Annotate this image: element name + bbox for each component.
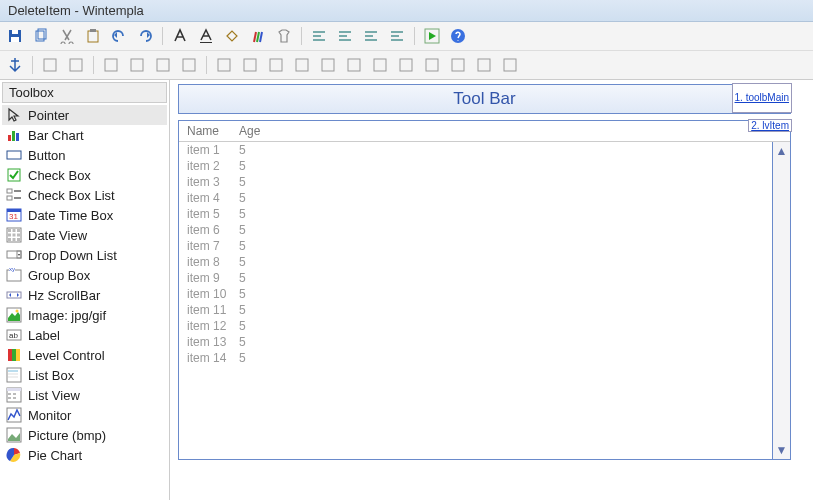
listview-header[interactable]: Name Age bbox=[179, 121, 790, 142]
scroll-down-icon[interactable]: ▼ bbox=[774, 441, 790, 459]
align-left-button[interactable] bbox=[308, 25, 330, 47]
table-row[interactable]: item 105 bbox=[179, 286, 790, 302]
bars-1-button[interactable] bbox=[213, 54, 235, 76]
toolbox-item-label: Picture (bmp) bbox=[28, 428, 106, 443]
toolbox-item-level-control[interactable]: Level Control bbox=[2, 345, 167, 365]
toolbox-item-hz-scrollbar[interactable]: Hz ScrollBar bbox=[2, 285, 167, 305]
toolbox-item-list-view[interactable]: List View bbox=[2, 385, 167, 405]
table-row[interactable]: item 135 bbox=[179, 334, 790, 350]
col-header-name[interactable]: Name bbox=[179, 124, 239, 138]
redo-button[interactable] bbox=[134, 25, 156, 47]
table-row[interactable]: item 65 bbox=[179, 222, 790, 238]
toolbox-item-label[interactable]: abLabel bbox=[2, 325, 167, 345]
table-row[interactable]: item 55 bbox=[179, 206, 790, 222]
checklist-icon bbox=[6, 187, 22, 203]
table-row[interactable]: item 45 bbox=[179, 190, 790, 206]
grid-5-button[interactable] bbox=[421, 54, 443, 76]
toolbox-item-label: Date View bbox=[28, 228, 87, 243]
table-row[interactable]: item 15 bbox=[179, 142, 790, 158]
bars-2-button[interactable] bbox=[239, 54, 261, 76]
fill-button[interactable] bbox=[221, 25, 243, 47]
svg-rect-10 bbox=[313, 39, 325, 41]
grid-2-button[interactable] bbox=[343, 54, 365, 76]
cell-age: 5 bbox=[239, 159, 279, 173]
undo-button[interactable] bbox=[108, 25, 130, 47]
vertical-scrollbar[interactable]: ▲ ▼ bbox=[772, 142, 790, 459]
arrows-v-button[interactable] bbox=[178, 54, 200, 76]
design-canvas[interactable]: 1. toolbMain Tool Bar 2. lvItem Name Age… bbox=[170, 80, 813, 500]
widget-tag[interactable]: 1. toolbMain bbox=[732, 83, 792, 113]
align-right-button[interactable] bbox=[360, 25, 382, 47]
toolbox-item-pointer[interactable]: Pointer bbox=[2, 105, 167, 125]
pencils-button[interactable] bbox=[247, 25, 269, 47]
toolbox-item-pie-chart[interactable]: Pie Chart bbox=[2, 445, 167, 465]
svg-rect-62 bbox=[17, 238, 20, 241]
grid-4-button[interactable] bbox=[395, 54, 417, 76]
bars-3-button[interactable] bbox=[265, 54, 287, 76]
align-stack-icon bbox=[389, 28, 405, 44]
v-align-left-button[interactable] bbox=[100, 54, 122, 76]
table-row[interactable]: item 25 bbox=[179, 158, 790, 174]
toolbox-list[interactable]: PointerBar ChartOKButtonCheck BoxCheck B… bbox=[2, 105, 167, 500]
listview-widget[interactable]: 2. lvItem Name Age item 15item 25item 35… bbox=[178, 120, 791, 460]
grid-5-icon bbox=[424, 57, 440, 73]
align-center-button[interactable] bbox=[334, 25, 356, 47]
table-row[interactable]: item 35 bbox=[179, 174, 790, 190]
h-align-bottom-button[interactable] bbox=[65, 54, 87, 76]
grid-8-button[interactable] bbox=[499, 54, 521, 76]
arrows-v-icon bbox=[181, 57, 197, 73]
font-underline-button[interactable] bbox=[195, 25, 217, 47]
table-row[interactable]: item 85 bbox=[179, 254, 790, 270]
svg-rect-35 bbox=[400, 59, 412, 71]
h-align-top-button[interactable] bbox=[39, 54, 61, 76]
toolbox-item-image-jpg-gif[interactable]: Image: jpg/gif bbox=[2, 305, 167, 325]
toolbox-item-group-box[interactable]: xyGroup Box bbox=[2, 265, 167, 285]
grid-3-button[interactable] bbox=[369, 54, 391, 76]
table-row[interactable]: item 125 bbox=[179, 318, 790, 334]
cut-button[interactable] bbox=[56, 25, 78, 47]
toolbox-item-check-box[interactable]: Check Box bbox=[2, 165, 167, 185]
toolbox-item-list-box[interactable]: List Box bbox=[2, 365, 167, 385]
toolbar-widget[interactable]: 1. toolbMain Tool Bar bbox=[178, 84, 791, 114]
main-toolbar bbox=[0, 22, 813, 51]
toolbox-item-check-box-list[interactable]: Check Box List bbox=[2, 185, 167, 205]
align-stack-button[interactable] bbox=[386, 25, 408, 47]
cell-age: 5 bbox=[239, 335, 279, 349]
paste-button[interactable] bbox=[82, 25, 104, 47]
bars-4-button[interactable] bbox=[291, 54, 313, 76]
undo-icon bbox=[111, 28, 127, 44]
grid-7-button[interactable] bbox=[473, 54, 495, 76]
cell-name: item 14 bbox=[179, 351, 239, 365]
toolbox-item-bar-chart[interactable]: Bar Chart bbox=[2, 125, 167, 145]
toolbox-item-button[interactable]: OKButton bbox=[2, 145, 167, 165]
arrows-out-button[interactable] bbox=[152, 54, 174, 76]
window-title: DeleteItem - Wintempla bbox=[8, 3, 144, 18]
save-button[interactable] bbox=[4, 25, 26, 47]
toolbox-item-date-view[interactable]: Date View bbox=[2, 225, 167, 245]
font-a-button[interactable] bbox=[169, 25, 191, 47]
table-row[interactable]: item 115 bbox=[179, 302, 790, 318]
col-header-age[interactable]: Age bbox=[239, 124, 279, 138]
anchor-button[interactable] bbox=[4, 54, 26, 76]
toolbox-item-date-time-box[interactable]: 31Date Time Box bbox=[2, 205, 167, 225]
copy-button[interactable] bbox=[30, 25, 52, 47]
toolbox-item-label: Level Control bbox=[28, 348, 105, 363]
table-row[interactable]: item 75 bbox=[179, 238, 790, 254]
scroll-up-icon[interactable]: ▲ bbox=[774, 142, 790, 160]
toolbox-item-drop-down-list[interactable]: Drop Down List bbox=[2, 245, 167, 265]
svg-rect-54 bbox=[8, 229, 11, 232]
svg-rect-73 bbox=[8, 349, 12, 361]
help-button[interactable] bbox=[447, 25, 469, 47]
cell-age: 5 bbox=[239, 239, 279, 253]
widget-tag[interactable]: 2. lvItem bbox=[748, 119, 792, 132]
v-align-right-button[interactable] bbox=[126, 54, 148, 76]
tshirt-button[interactable] bbox=[273, 25, 295, 47]
toolbox-item-monitor[interactable]: Monitor bbox=[2, 405, 167, 425]
table-row[interactable]: item 95 bbox=[179, 270, 790, 286]
grid-1-button[interactable] bbox=[317, 54, 339, 76]
grid-6-button[interactable] bbox=[447, 54, 469, 76]
play-green-button[interactable] bbox=[421, 25, 443, 47]
font-a-icon bbox=[172, 28, 188, 44]
table-row[interactable]: item 145 bbox=[179, 350, 790, 366]
toolbox-item-picture-bmp-[interactable]: Picture (bmp) bbox=[2, 425, 167, 445]
